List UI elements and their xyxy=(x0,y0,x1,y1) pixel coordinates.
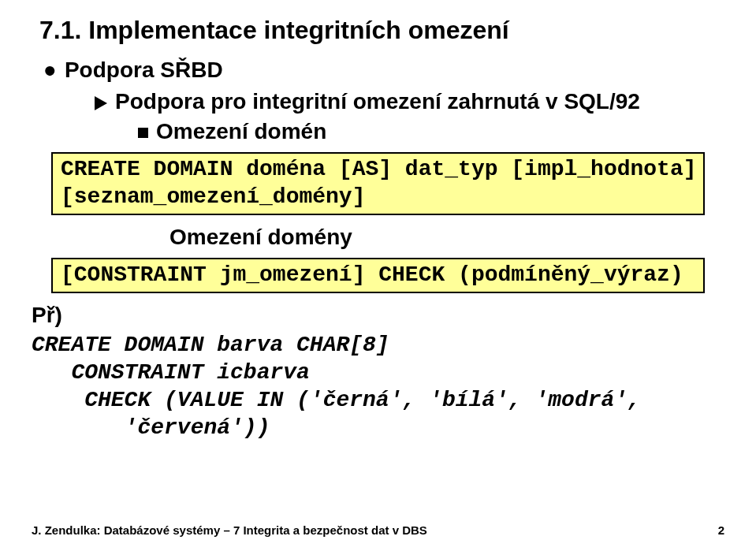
bullet-line-1: ● Podpora SŘBD xyxy=(43,58,724,83)
footer-page-number: 2 xyxy=(718,523,724,537)
example-label: Př) xyxy=(32,303,724,328)
arrow-text-1: Podpora pro integritní omezení zahrnutá … xyxy=(115,89,640,114)
bullet-dot-icon: ● xyxy=(43,59,57,81)
bullet-text-1: Podpora SŘBD xyxy=(65,58,223,83)
section-heading: 7.1. Implementace integritních omezení xyxy=(32,16,724,45)
sublabel-line: Omezení domény xyxy=(32,225,724,250)
page-footer: J. Zendulka: Databázové systémy – 7 Inte… xyxy=(32,523,724,537)
square-text-1: Omezení domén xyxy=(156,119,326,144)
example-code: CREATE DOMAIN barva CHAR[8] CONSTRAINT i… xyxy=(32,331,724,441)
square-line-1: Omezení domén xyxy=(43,119,724,144)
arrow-right-icon xyxy=(95,96,107,110)
sublabel-text: Omezení domény xyxy=(169,225,352,250)
code-box-1: CREATE DOMAIN doména [AS] dat_typ [impl_… xyxy=(51,152,705,215)
square-bullet-icon xyxy=(138,128,148,138)
arrow-line-1: Podpora pro integritní omezení zahrnutá … xyxy=(43,89,724,114)
bullet-section: ● Podpora SŘBD Podpora pro integritní om… xyxy=(32,58,724,144)
footer-citation: J. Zendulka: Databázové systémy – 7 Inte… xyxy=(32,523,427,537)
code-box-2: [CONSTRAINT jm_omezení] CHECK (podmíněný… xyxy=(51,258,705,293)
